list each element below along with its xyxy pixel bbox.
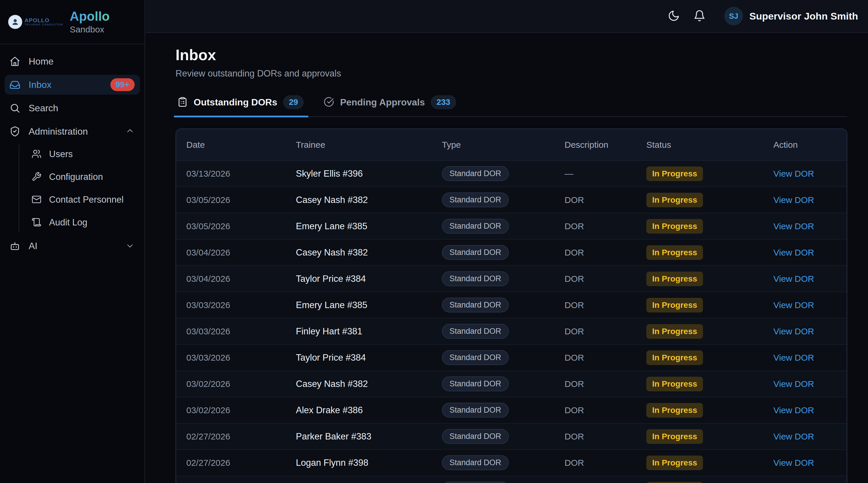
sidebar-subnav-administration: UsersConfigurationContact PersonnelAudit… xyxy=(19,145,140,232)
view-dor-link[interactable]: View DOR xyxy=(773,300,814,310)
tab-bar: Outstanding DORs 29 Pending Approvals 23… xyxy=(176,95,847,117)
table-row: 03/02/2026Casey Nash #382Standard DORDOR… xyxy=(176,371,847,397)
cell-action: View DOR xyxy=(763,353,847,363)
sidebar-item-home[interactable]: Home xyxy=(5,52,140,71)
app-logo: APOLLO TRAINING CONDUCTOR Apollo Sandbox xyxy=(0,0,145,44)
cell-type: Standard DOR xyxy=(432,192,554,207)
cell-action: View DOR xyxy=(763,379,847,389)
sidebar-item-users[interactable]: Users xyxy=(32,145,140,164)
table-row: 03/05/2026Casey Nash #382Standard DORDOR… xyxy=(176,187,847,213)
view-dor-link[interactable]: View DOR xyxy=(773,248,814,258)
cell-trainee: Casey Nash #382 xyxy=(286,195,432,205)
avatar-initials: SJ xyxy=(729,12,738,21)
tab-outstanding-dors[interactable]: Outstanding DORs 29 xyxy=(176,95,306,116)
cell-action: View DOR xyxy=(763,300,847,310)
status-badge: In Progress xyxy=(646,482,703,483)
status-badge: In Progress xyxy=(646,429,703,444)
tab-count-badge: 29 xyxy=(283,95,304,109)
top-header: SJ Supervisor John Smith xyxy=(146,0,868,33)
table-row: 03/02/2026Alex Drake #386Standard DORDOR… xyxy=(176,397,847,423)
table-row: 03/03/2026Finley Hart #381Standard DORDO… xyxy=(176,318,847,345)
cell-status: In Progress xyxy=(636,456,763,470)
status-badge: In Progress xyxy=(646,403,703,418)
cell-date: 03/04/2026 xyxy=(176,248,286,258)
sidebar-item-label: Home xyxy=(29,56,54,67)
sidebar-item-label: Configuration xyxy=(49,172,103,182)
user-avatar[interactable]: SJ xyxy=(724,7,743,25)
users-icon xyxy=(32,149,41,160)
sidebar-nav: HomeInbox99+SearchAdministrationUsersCon… xyxy=(0,44,145,256)
tab-pending-approvals[interactable]: Pending Approvals 233 xyxy=(322,95,458,116)
chevron-up-icon xyxy=(125,126,135,137)
mail-icon xyxy=(32,194,41,205)
sidebar-item-label: AI xyxy=(29,240,37,251)
cell-type: Standard DOR xyxy=(432,350,554,365)
shield-check-icon xyxy=(9,126,21,137)
view-dor-link[interactable]: View DOR xyxy=(773,379,814,389)
inbox-count-badge: 99+ xyxy=(111,78,135,91)
cell-action: View DOR xyxy=(763,248,847,258)
apollo-logo-badge: APOLLO TRAINING CONDUCTOR xyxy=(8,15,63,29)
table-row: 03/05/2026Emery Lane #385Standard DORDOR… xyxy=(176,213,847,239)
cell-status: In Progress xyxy=(636,298,763,313)
cell-status: In Progress xyxy=(636,350,763,365)
page-subtitle: Review outstanding DORs and approvals xyxy=(176,68,847,79)
cell-description: DOR xyxy=(554,274,636,284)
view-dor-link[interactable]: View DOR xyxy=(773,326,814,336)
sidebar-item-ai[interactable]: AI xyxy=(5,236,140,256)
cell-trainee: Taylor Price #384 xyxy=(286,352,432,363)
view-dor-link[interactable]: View DOR xyxy=(773,274,814,284)
view-dor-link[interactable]: View DOR xyxy=(773,221,814,231)
view-dor-link[interactable]: View DOR xyxy=(773,353,814,363)
type-chip: Standard DOR xyxy=(442,429,509,444)
table-row: 02/27/2026Parker Baker #383Standard DORD… xyxy=(176,423,847,450)
cell-date: 03/05/2026 xyxy=(176,195,286,205)
type-chip: Standard DOR xyxy=(442,297,509,313)
sidebar-item-search[interactable]: Search xyxy=(5,98,140,118)
status-badge: In Progress xyxy=(646,324,703,339)
view-dor-link[interactable]: View DOR xyxy=(773,405,814,415)
cell-trainee: Emery Lane #385 xyxy=(286,221,432,232)
bell-icon xyxy=(693,10,706,23)
view-dor-link[interactable]: View DOR xyxy=(773,431,814,442)
sidebar-item-configuration[interactable]: Configuration xyxy=(32,168,140,186)
cell-status: In Progress xyxy=(636,245,763,260)
sidebar-item-label: Inbox xyxy=(29,79,52,90)
status-badge: In Progress xyxy=(646,350,703,365)
sidebar-item-administration[interactable]: Administration xyxy=(5,122,140,141)
cell-action: View DOR xyxy=(763,195,847,205)
sidebar-item-label: Search xyxy=(29,103,58,114)
sidebar-item-inbox[interactable]: Inbox99+ xyxy=(5,75,140,95)
view-dor-link[interactable]: View DOR xyxy=(773,195,814,205)
cell-date: 02/27/2026 xyxy=(176,431,286,442)
tab-label: Outstanding DORs xyxy=(194,97,277,108)
cell-date: 03/03/2026 xyxy=(176,300,286,310)
sidebar-item-label: Contact Personnel xyxy=(49,194,124,205)
view-dor-link[interactable]: View DOR xyxy=(773,169,814,179)
theme-toggle-button[interactable] xyxy=(668,10,680,23)
sidebar-item-contact-personnel[interactable]: Contact Personnel xyxy=(32,190,140,209)
sidebar-item-audit-log[interactable]: Audit Log xyxy=(32,213,140,232)
cell-type: Standard DOR xyxy=(432,377,554,391)
cell-description: DOR xyxy=(554,431,636,442)
notifications-button[interactable] xyxy=(693,10,706,23)
cell-status: In Progress xyxy=(636,324,763,339)
table-row: 03/03/2026Taylor Price #384Standard DORD… xyxy=(176,345,847,371)
cell-type: Standard DOR xyxy=(432,429,554,444)
status-badge: In Progress xyxy=(646,219,703,234)
cell-status: In Progress xyxy=(636,482,763,483)
clipboard-icon xyxy=(177,97,188,108)
circle-check-icon xyxy=(323,97,334,108)
cell-action: View DOR xyxy=(763,458,847,468)
cell-date: 03/05/2026 xyxy=(176,221,286,231)
sidebar-item-label: Users xyxy=(49,149,73,159)
column-header-description: Description xyxy=(554,140,636,150)
user-name: Supervisor John Smith xyxy=(749,10,858,22)
cell-type: Standard DOR xyxy=(432,297,554,313)
cell-description: DOR xyxy=(554,300,636,310)
cell-status: In Progress xyxy=(636,403,763,418)
cell-date: 03/13/2026 xyxy=(176,169,286,179)
status-badge: In Progress xyxy=(646,271,703,286)
view-dor-link[interactable]: View DOR xyxy=(773,458,814,468)
table-header-row: Date Trainee Type Description Status Act… xyxy=(176,129,847,161)
